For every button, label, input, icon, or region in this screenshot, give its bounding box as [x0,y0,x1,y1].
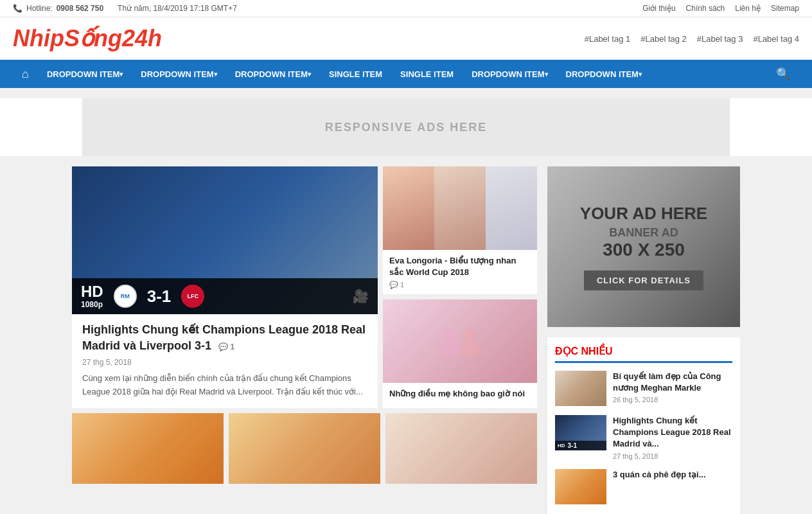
camera-icon: 🎥 [353,288,369,304]
featured-title: Highlights Chung kết Champions League 20… [82,322,367,354]
tag-2[interactable]: #Label tag 2 [640,34,687,44]
doc-item-3-text: 3 quán cà phê đẹp tại... [613,469,706,483]
nav-item-single-1[interactable]: SINGLE ITEM [320,60,391,88]
link-sitemap[interactable]: Sitemap [771,4,799,13]
hd-label: HD [81,283,103,300]
link-lien-he[interactable]: Liên hệ [735,4,761,13]
doc-item-2: HD 3-1 Highlights Chung kết Champions Le… [555,415,732,460]
nav-home-button[interactable]: ⌂ [13,60,38,88]
hotline-label: Hotline: [26,4,53,13]
side-article-1-image [383,166,537,250]
score-bar: HD 1080p RM 3-1 LFC 🎥 [72,278,378,314]
team-lfc-logo: LFC [181,285,204,308]
doc-item-2-title[interactable]: Highlights Chung kết Champions League 20… [613,415,732,450]
doc-item-1: Bí quyết làm đẹp của Công nương Meghan M… [555,371,732,406]
top-bar-links: Giới thiệu Chính sách Liên hệ Sitemap [642,4,799,13]
sidebar: YOUR AD HERE BANNER AD 300 X 250 CLICK F… [547,166,740,514]
nav-item-dropdown-2[interactable]: DROPDOWN ITEM [132,60,225,88]
side-article-2-text: Những điều mẹ không bao giờ nói [383,383,537,407]
doc-item-3-title[interactable]: 3 quán cà phê đẹp tại... [613,469,706,481]
side-article-1-title[interactable]: Eva Longoria - Biểu tượng nhan sắc World… [389,255,531,278]
header-tags: #Label tag 1 #Label tag 2 #Label tag 3 #… [585,34,799,44]
tag-1[interactable]: #Label tag 1 [585,34,631,44]
link-chinh-sach[interactable]: Chính sách [686,4,725,13]
side-article-2-title[interactable]: Những điều mẹ không bao giờ nói [389,388,531,400]
datetime: Thứ năm, 18/4/2019 17:18 GMT+7 [118,4,237,13]
bottom-article-1-image [72,413,224,484]
doc-item-1-date: 26 thg 5, 2018 [613,396,732,403]
main-nav: ⌂ DROPDOWN ITEM DROPDOWN ITEM DROPDOWN I… [0,60,812,88]
featured-date: 27 thg 5, 2018 [82,358,367,367]
nav-item-dropdown-4[interactable]: DROPDOWN ITEM [463,60,556,88]
svg-rect-2 [441,344,460,357]
featured-comment-count: 💬 1 [218,342,234,351]
side-article-1-text: Eva Longoria - Biểu tượng nhan sắc World… [383,250,537,294]
tag-4[interactable]: #Label tag 4 [753,34,799,44]
tag-3[interactable]: #Label tag 3 [697,34,743,44]
svg-point-1 [462,328,477,344]
bottom-article-2-image [229,413,380,484]
nav-item-dropdown-1[interactable]: DROPDOWN ITEM [38,60,132,88]
phone-icon: 📞 [13,4,22,13]
logo[interactable]: NhipSống24h [13,25,162,52]
side-article-2-image [383,299,537,383]
responsive-ad-banner: RESPONSIVE ADS HERE [82,98,730,156]
doc-item-1-image [555,371,606,406]
header: NhipSống24h #Label tag 1 #Label tag 2 #L… [0,17,812,60]
nav-item-dropdown-5[interactable]: DROPDOWN ITEM [557,60,651,88]
doc-item-2-image: HD 3-1 [555,415,606,450]
hd-badge: HD 1080p [81,283,103,309]
doc-item-3-image [555,469,606,504]
side-article-1-meta: 💬 1 [389,281,531,289]
sidebar-ad[interactable]: YOUR AD HERE BANNER AD 300 X 250 CLICK F… [547,166,740,327]
side-article-2: Những điều mẹ không bao giờ nói [383,299,537,407]
side-article-1: Eva Longoria - Biểu tượng nhan sắc World… [383,166,537,294]
nav-item-single-2[interactable]: SINGLE ITEM [391,60,463,88]
hotline-number: 0908 562 750 [57,4,103,13]
featured-excerpt: Cùng xem lại những diễn biến chính của t… [82,372,367,399]
featured-image: HD 1080p RM 3-1 LFC 🎥 [72,166,378,314]
featured-text-area: Highlights Chung kết Champions League 20… [72,314,378,407]
featured-article: HD 1080p RM 3-1 LFC 🎥 Highlights Chung k… [72,166,378,408]
team-rm-logo: RM [114,285,137,308]
svg-point-0 [443,328,458,344]
res-label: 1080p [81,301,103,309]
doc-item-2-date: 27 thg 5, 2018 [613,452,732,460]
top-bar: 📞 Hotline: 0908 562 750 Thứ năm, 18/4/20… [0,0,812,17]
sidebar-ad-size: 300 X 250 [603,240,685,260]
nav-item-dropdown-3[interactable]: DROPDOWN ITEM [226,60,320,88]
doc-item-3: 3 quán cà phê đẹp tại... [555,469,732,504]
doc-item-2-text: Highlights Chung kết Champions League 20… [613,415,732,460]
score-text: 3-1 [147,287,172,306]
bottom-article-3 [385,413,537,484]
top-bar-left: 📞 Hotline: 0908 562 750 Thứ năm, 18/4/20… [13,4,237,13]
bottom-article-1 [72,413,224,484]
sidebar-ad-title: YOUR AD HERE [580,204,707,224]
doc-item-1-text: Bí quyết làm đẹp của Công nương Meghan M… [613,371,732,403]
ad-banner-text: RESPONSIVE ADS HERE [325,121,487,134]
side-articles: Eva Longoria - Biểu tượng nhan sắc World… [383,166,537,408]
sidebar-ad-sub: BANNER AD [609,226,678,240]
link-gioi-thieu[interactable]: Giới thiệu [642,4,675,13]
search-button[interactable]: 🔍 [767,60,799,88]
doc-nhieu-title: ĐỌC NHIỀU [555,345,732,363]
bottom-article-3-image [385,413,537,484]
doc-nhieu-section: ĐỌC NHIỀU Bí quyết làm đẹp của Công nươn… [547,337,740,514]
doc-item-1-title[interactable]: Bí quyết làm đẹp của Công nương Meghan M… [613,371,732,394]
svg-rect-3 [460,344,479,357]
bottom-article-2 [229,413,380,484]
content-area: HD 1080p RM 3-1 LFC 🎥 Highlights Chung k… [72,166,537,514]
sidebar-ad-btn[interactable]: CLICK FOR DETAILS [584,270,703,290]
bottom-articles-row [72,413,537,484]
